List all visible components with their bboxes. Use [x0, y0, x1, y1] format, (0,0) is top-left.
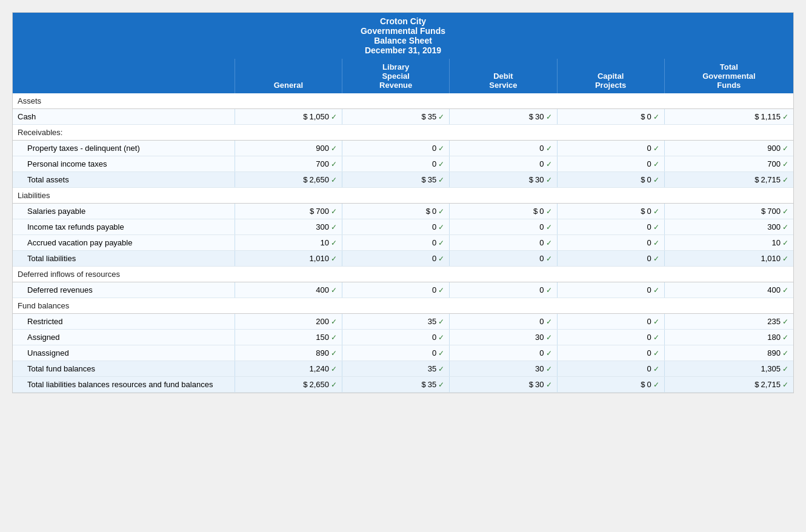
number-value: 0: [647, 222, 651, 231]
value-cell: 35✓: [342, 361, 450, 377]
row-label: Salaries payable: [13, 204, 235, 219]
check-icon: ✓: [331, 160, 337, 168]
number-value: 0: [647, 364, 651, 373]
section-header-row: Fund balances: [13, 298, 793, 314]
number-value: 0: [432, 254, 436, 263]
number-value: 1,050: [309, 112, 329, 121]
report-title: Croton City Governmental Funds Balance S…: [13, 13, 793, 59]
section-header-row: Deferred inflows of resources: [13, 267, 793, 282]
number-value: 0: [647, 317, 651, 326]
row-label: Assigned: [13, 330, 235, 345]
check-icon: ✓: [782, 239, 788, 247]
value-cell: $1,050✓: [235, 109, 342, 125]
dollar-sign: $: [310, 207, 314, 216]
number-value: 1,010: [309, 254, 329, 263]
data-row: Total fund balances1,240✓35✓30✓0✓1,305✓: [13, 361, 793, 377]
row-label: Accrued vacation pay payable: [13, 235, 235, 251]
row-label: Cash: [13, 109, 235, 125]
dollar-sign: $: [303, 175, 307, 184]
value-cell: 400✓: [664, 282, 793, 298]
check-icon: ✓: [653, 207, 659, 216]
value-cell: 0✓: [557, 219, 664, 235]
balance-sheet-container: Croton City Governmental Funds Balance S…: [12, 12, 794, 393]
title-row: Croton City Governmental Funds Balance S…: [13, 13, 793, 59]
dollar-sign: $: [641, 380, 645, 389]
value-cell: 900✓: [235, 141, 342, 156]
check-icon: ✓: [653, 381, 659, 389]
data-row: Total liabilities1,010✓0✓0✓0✓1,010✓: [13, 251, 793, 267]
value-cell: 235✓: [664, 314, 793, 330]
section-label: Fund balances: [13, 298, 793, 314]
value-cell: 0✓: [557, 314, 664, 330]
value-cell: 0✓: [450, 141, 557, 156]
value-cell: 0✓: [557, 156, 664, 172]
number-value: 0: [432, 238, 436, 247]
value-cell: $0✓: [557, 109, 664, 125]
check-icon: ✓: [331, 254, 337, 263]
check-icon: ✓: [546, 239, 552, 247]
check-icon: ✓: [782, 349, 788, 357]
number-value: 0: [539, 285, 544, 294]
value-cell: 10✓: [235, 235, 342, 251]
check-icon: ✓: [546, 365, 552, 373]
check-icon: ✓: [782, 207, 788, 216]
value-cell: 0✓: [557, 345, 664, 361]
number-value: 0: [539, 222, 544, 231]
number-value: 0: [539, 238, 544, 247]
value-cell: 1,305✓: [664, 361, 793, 377]
value-cell: 1,240✓: [235, 361, 342, 377]
check-icon: ✓: [438, 365, 444, 373]
row-label: Total liabilities: [13, 251, 235, 267]
number-value: 0: [539, 159, 544, 168]
number-value: 0: [432, 333, 436, 342]
value-cell: 0✓: [342, 282, 450, 298]
number-value: 0: [432, 222, 436, 231]
dollar-sign: $: [529, 380, 533, 389]
number-value: 0: [539, 348, 544, 357]
number-value: 300: [767, 222, 781, 231]
number-value: 700: [316, 159, 329, 168]
value-cell: 0✓: [557, 330, 664, 345]
check-icon: ✓: [331, 286, 337, 294]
number-value: 10: [772, 238, 781, 247]
check-icon: ✓: [782, 144, 788, 153]
row-label: Total liabilities balances resources and…: [13, 377, 235, 393]
data-row: Cash$1,050✓$35✓$30✓$0✓$1,115✓: [13, 109, 793, 125]
value-cell: 0✓: [557, 141, 664, 156]
check-icon: ✓: [782, 160, 788, 168]
number-value: 35: [428, 112, 436, 121]
value-cell: $0✓: [557, 204, 664, 219]
value-cell: 0✓: [342, 219, 450, 235]
check-icon: ✓: [653, 365, 659, 373]
value-cell: 890✓: [235, 345, 342, 361]
value-cell: $700✓: [664, 204, 793, 219]
dollar-sign: $: [641, 207, 645, 216]
data-row: Income tax refunds payable300✓0✓0✓0✓300✓: [13, 219, 793, 235]
dollar-sign: $: [426, 207, 430, 216]
value-cell: 0✓: [342, 156, 450, 172]
value-cell: $30✓: [450, 109, 557, 125]
section-header-row: Receivables:: [13, 125, 793, 141]
number-value: 10: [321, 238, 329, 247]
check-icon: ✓: [782, 333, 788, 342]
check-icon: ✓: [438, 349, 444, 357]
check-icon: ✓: [653, 144, 659, 153]
number-value: 0: [432, 159, 436, 168]
check-icon: ✓: [331, 365, 337, 373]
number-value: 0: [647, 207, 651, 216]
number-value: 2,715: [761, 175, 781, 184]
number-value: 180: [767, 333, 781, 342]
check-icon: ✓: [653, 333, 659, 342]
value-cell: $2,650✓: [235, 172, 342, 188]
data-row: Unassigned890✓0✓0✓0✓890✓: [13, 345, 793, 361]
dollar-sign: $: [303, 380, 307, 389]
column-header-row: General LibrarySpecialRevenue DebitServi…: [13, 59, 793, 93]
number-value: 0: [539, 207, 544, 216]
check-icon: ✓: [331, 176, 337, 184]
check-icon: ✓: [438, 381, 444, 389]
header-total: TotalGovernmentalFunds: [664, 59, 793, 93]
value-cell: 0✓: [450, 345, 557, 361]
value-cell: 30✓: [450, 361, 557, 377]
check-icon: ✓: [546, 144, 552, 153]
row-label: Total fund balances: [13, 361, 235, 377]
